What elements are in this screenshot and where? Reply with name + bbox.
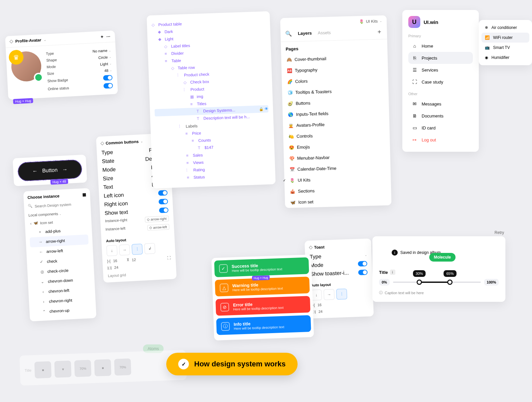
sidebar-item-id-card[interactable]: ▭ID card [408, 122, 473, 134]
visibility-icon[interactable]: 🔒 👁 [259, 107, 268, 111]
prop-label: Show toaster-i... [310, 270, 349, 277]
al-direction-down[interactable]: ↓ [106, 245, 118, 256]
page-emoji-icon: 🙈 [287, 57, 292, 62]
online-status-toggle[interactable] [103, 83, 113, 89]
app-logo[interactable]: U UI.win [408, 16, 473, 28]
tab-assets[interactable]: Assets [318, 28, 331, 37]
device-icon: ◉ [485, 55, 488, 60]
chevron-left-icon: ‹ [40, 289, 46, 294]
layer-type-icon: ≡ [192, 138, 196, 143]
sidebar-item-case-study[interactable]: ⛶Case study [408, 76, 473, 88]
file-name[interactable]: 🌷 UI Kits ⌄ [359, 19, 382, 24]
ghost-item: ■ [94, 359, 112, 376]
button-preview[interactable]: ← Button → [18, 159, 82, 181]
prop-label: Size [47, 71, 54, 76]
device-item[interactable]: ❄Air conditioner [481, 23, 529, 33]
show-text-toggle[interactable] [159, 207, 169, 213]
layer-type-icon: ◇ [164, 44, 169, 49]
sidebar-item-projects[interactable]: ⎘Projects [408, 52, 473, 64]
section-primary: Primary [408, 34, 473, 38]
device-item[interactable]: 📺Smart TV [481, 43, 529, 53]
search-input[interactable] [28, 200, 87, 211]
sidebar-item-home[interactable]: ⌂Home [408, 40, 473, 52]
show-toaster-toggle[interactable] [358, 270, 368, 275]
retry-button[interactable]: Retry [494, 230, 504, 235]
al-direction-right[interactable]: → [119, 244, 130, 256]
ghost-item: ■ [35, 361, 52, 378]
info-badge-icon[interactable]: i [390, 270, 395, 275]
toast-icon: △ [219, 284, 228, 293]
online-status-icon [34, 73, 43, 82]
chevron-up-icon: ⌃ [42, 309, 47, 314]
layer-type-icon: ◇ [171, 66, 176, 71]
al-wrap[interactable]: ↲ [144, 243, 156, 254]
layer-type-icon: ⦙ [179, 124, 184, 129]
layer-type-icon: ⦙ [187, 168, 191, 172]
sidebar-item-services[interactable]: ☰Services [408, 64, 473, 76]
grid-icon[interactable]: ▦ [82, 192, 86, 197]
avatar: ♛ [11, 51, 42, 82]
layout-grid-label[interactable]: Layout grid [108, 271, 172, 278]
mode-toggle[interactable] [358, 261, 367, 267]
ghost-toolbar: Title ■ ▼ 70% ■ 70% [20, 350, 187, 385]
type-select[interactable]: No name⌄ [92, 48, 111, 53]
show-badge-toggle[interactable] [103, 75, 113, 81]
slider-title: Title [379, 270, 388, 275]
slider-caption: Caption text will be here [385, 291, 424, 295]
hug-badge: Hug × 48 [50, 179, 68, 185]
page-emoji-icon: 😍 [289, 145, 294, 150]
instance-picker: Choose instance ▦ Local components ⌄ ‹ 🦋… [23, 188, 96, 321]
shape-select[interactable]: Circle⌄ [98, 55, 112, 60]
right-icon-toggle[interactable] [159, 199, 168, 204]
sidebar-item-documents[interactable]: 🗎Documents [408, 110, 473, 122]
sidebar-item-messages[interactable]: ✉Messages [408, 98, 473, 110]
molecule-pill[interactable]: Molecule [429, 253, 456, 262]
spacing-v-value[interactable]: 12 [132, 258, 136, 262]
gap-value[interactable]: 24 [114, 265, 118, 270]
instance-left-select[interactable]: arrow-left [147, 224, 169, 231]
spacing-h-value[interactable]: 16 [318, 303, 322, 307]
slider-min: 0% [379, 279, 390, 286]
logo-icon: U [408, 16, 420, 28]
page-emoji-icon: 🌎 [288, 112, 293, 117]
search-icon[interactable]: 🔍 [285, 30, 292, 37]
page-emoji-icon: 🍄 [289, 156, 294, 161]
device-item[interactable]: 📶WiFi router [481, 33, 529, 43]
layer-type-icon: ◇ [184, 80, 188, 85]
gap-value[interactable]: 24 [319, 309, 323, 313]
expand-icon[interactable]: ⛶ [167, 256, 171, 260]
mode-select[interactable]: Light⌄ [100, 62, 112, 66]
arrow-right-icon: → [62, 166, 68, 173]
tab-layers[interactable]: Layers [298, 29, 312, 38]
left-icon-toggle[interactable] [158, 190, 168, 196]
slider-track[interactable]: 30% 65% [393, 282, 481, 283]
chevron-down-icon[interactable]: ⌄ [44, 38, 46, 41]
slider-handle-2[interactable] [447, 280, 453, 285]
spacing-h-value[interactable]: 16 [113, 259, 117, 263]
slider-card: Retry iSaved in design album Molecule Ti… [372, 236, 505, 302]
prop-label: Mode [47, 65, 56, 69]
page-item[interactable]: 🦋Icon set [285, 194, 392, 208]
al-align-center[interactable]: ⦙ [336, 289, 347, 300]
avatar-title: Profile-Avatar [15, 38, 42, 44]
device-icon: ❄ [485, 25, 488, 30]
page-emoji-icon: 🧝 [288, 123, 294, 128]
device-item[interactable]: ◉Humidifier [481, 53, 529, 63]
layer-tree-panel: ◇Product table◆Dark◆Light◇Label titles≡D… [147, 11, 276, 189]
slider-handle-1[interactable] [417, 280, 422, 285]
more-icon[interactable]: ⋯ [106, 34, 110, 39]
sparkle-icon[interactable]: ✦ [100, 34, 104, 39]
info-icon: ⓘ [379, 290, 383, 295]
instance-right-select[interactable]: arrow-right [145, 216, 169, 223]
add-page-icon[interactable]: ＋ [376, 27, 382, 35]
check-icon: ✓ [178, 359, 189, 369]
nav-icon: ✉ [412, 101, 418, 106]
size-select[interactable]: 48⌄ [104, 68, 112, 73]
layer-type-icon: ◆ [158, 37, 163, 42]
local-components-label[interactable]: Local components ⌄ [28, 210, 87, 217]
logout-button[interactable]: ↦Log out [408, 134, 473, 146]
al-align-center[interactable]: ⦙ [132, 244, 143, 255]
al-direction-right[interactable]: → [324, 289, 334, 300]
hug-badge: Hug × Hug [252, 275, 270, 281]
main-banner[interactable]: ✓ How design system works [166, 353, 298, 375]
